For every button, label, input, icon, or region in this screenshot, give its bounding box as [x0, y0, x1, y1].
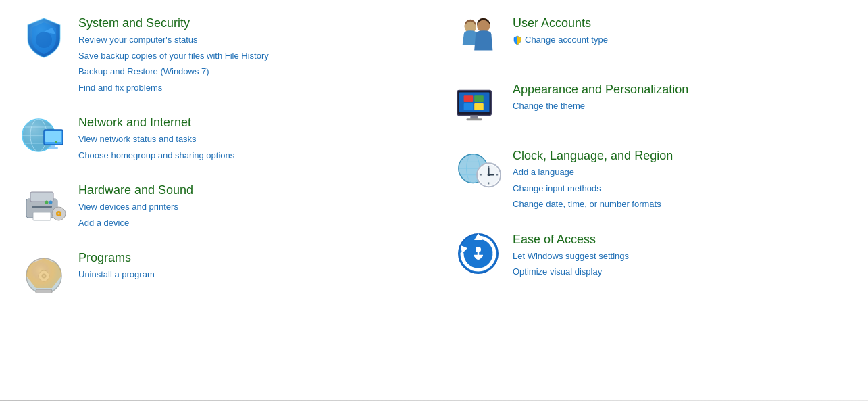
link-homegroup[interactable]: Choose homegroup and sharing options [78, 149, 234, 162]
ease-of-access-icon [455, 230, 502, 277]
link-review-status[interactable]: Review your computer's status [78, 33, 269, 47]
appearance-personalization-title[interactable]: Appearance and Personalization [513, 82, 688, 97]
network-internet-content: Network and Internet View network status… [78, 113, 234, 162]
svg-rect-35 [464, 95, 474, 102]
svg-point-12 [55, 141, 57, 143]
category-network-internet[interactable]: Network and Internet View network status… [20, 113, 413, 162]
svg-rect-30 [36, 289, 52, 293]
category-hardware-sound[interactable]: Hardware and Sound View devices and prin… [20, 181, 413, 229]
clock-language-region-content: Clock, Language, and Region Add a langua… [513, 146, 673, 211]
uac-shield-icon [513, 35, 522, 45]
link-backup-copies[interactable]: Save backup copies of your files with Fi… [78, 49, 269, 63]
right-column: User Accounts Change account type [455, 14, 848, 296]
category-system-security[interactable]: System and Security Review your computer… [20, 14, 413, 94]
svg-rect-11 [49, 147, 58, 149]
user-accounts-content: User Accounts Change account type [513, 14, 608, 47]
link-backup-restore[interactable]: Backup and Restore (Windows 7) [78, 65, 269, 78]
hardware-sound-icon [20, 181, 68, 228]
link-optimize-visual[interactable]: Optimize visual display [513, 265, 629, 279]
svg-point-55 [488, 174, 490, 176]
link-view-network[interactable]: View network status and tasks [78, 133, 234, 146]
system-security-title[interactable]: System and Security [78, 16, 269, 30]
category-programs[interactable]: Programs Uninstall a program [20, 248, 413, 296]
network-internet-title[interactable]: Network and Internet [78, 116, 234, 130]
svg-point-0 [36, 32, 52, 48]
svg-rect-15 [30, 192, 53, 202]
link-add-device[interactable]: Add a device [78, 216, 193, 230]
link-view-devices[interactable]: View devices and printers [78, 200, 193, 214]
svg-point-20 [49, 201, 53, 204]
svg-rect-17 [32, 206, 52, 208]
link-find-fix[interactable]: Find and fix problems [78, 81, 269, 95]
change-account-type-row[interactable]: Change account type [513, 33, 608, 47]
link-change-theme[interactable]: Change the theme [513, 99, 688, 113]
svg-rect-40 [467, 118, 482, 120]
appearance-personalization-icon [455, 80, 502, 127]
programs-icon [20, 248, 68, 296]
left-column: System and Security Review your computer… [20, 14, 413, 296]
link-change-account-type[interactable]: Change account type [525, 33, 608, 47]
link-change-input-methods[interactable]: Change input methods [513, 182, 673, 195]
svg-rect-38 [474, 103, 484, 110]
svg-rect-37 [464, 103, 474, 110]
programs-content: Programs Uninstall a program [78, 248, 155, 281]
link-change-date-time[interactable]: Change date, time, or number formats [513, 197, 673, 211]
category-clock-language-region[interactable]: Clock, Language, and Region Add a langua… [455, 146, 848, 211]
control-panel: System and Security Review your computer… [0, 0, 868, 309]
link-uninstall-program[interactable]: Uninstall a program [78, 268, 155, 281]
appearance-personalization-content: Appearance and Personalization Change th… [513, 80, 688, 113]
category-appearance-personalization[interactable]: Appearance and Personalization Change th… [455, 80, 848, 127]
svg-rect-18 [33, 212, 51, 220]
svg-point-60 [476, 247, 481, 252]
category-user-accounts[interactable]: User Accounts Change account type [455, 14, 848, 61]
svg-rect-9 [45, 131, 61, 142]
hardware-sound-content: Hardware and Sound View devices and prin… [78, 181, 193, 229]
clock-language-region-title[interactable]: Clock, Language, and Region [513, 149, 673, 163]
svg-point-21 [45, 201, 49, 204]
svg-point-24 [58, 213, 60, 215]
ease-of-access-title[interactable]: Ease of Access [513, 233, 629, 247]
link-let-windows-suggest[interactable]: Let Windows suggest settings [513, 250, 629, 263]
clock-language-region-icon [455, 146, 502, 193]
svg-rect-34 [459, 92, 490, 112]
user-accounts-title[interactable]: User Accounts [513, 16, 608, 30]
category-ease-of-access[interactable]: Ease of Access Let Windows suggest setti… [455, 230, 848, 279]
ease-of-access-content: Ease of Access Let Windows suggest setti… [513, 230, 629, 279]
hardware-sound-title[interactable]: Hardware and Sound [78, 183, 193, 197]
user-accounts-icon [455, 14, 502, 61]
link-add-language[interactable]: Add a language [513, 166, 673, 179]
system-security-content: System and Security Review your computer… [78, 14, 269, 94]
programs-title[interactable]: Programs [78, 251, 155, 265]
system-security-icon [20, 14, 68, 61]
column-divider [434, 14, 434, 296]
network-internet-icon [20, 113, 68, 160]
svg-rect-36 [474, 95, 484, 102]
